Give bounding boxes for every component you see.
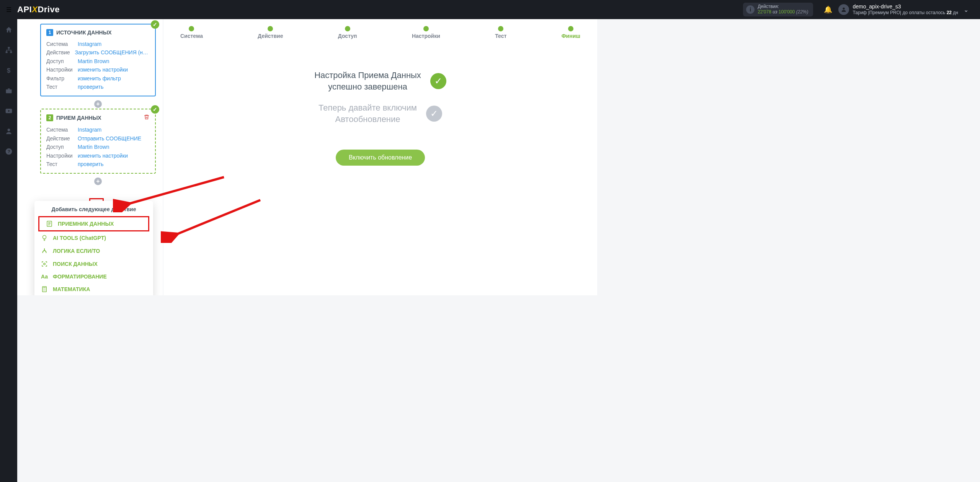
- branch-icon: [41, 248, 48, 254]
- svg-text:?: ?: [7, 149, 10, 154]
- source-action-link[interactable]: Загрузить СООБЩЕНИЯ (новые): [75, 48, 150, 57]
- scan-icon: [41, 261, 48, 267]
- status-pending: Теперь давайте включим Автообновление ✓: [318, 102, 442, 125]
- lightbulb-icon: [41, 234, 48, 241]
- step-access[interactable]: Доступ: [338, 26, 357, 39]
- popup-item-ai[interactable]: AI TOOLS (ChatGPT): [34, 231, 153, 244]
- logo[interactable]: APIXDrive: [17, 5, 60, 15]
- popup-item-format[interactable]: Aa ФОРМАТИРОВАНИЕ: [34, 270, 153, 283]
- svg-rect-3: [10, 51, 12, 53]
- youtube-icon[interactable]: [5, 107, 13, 117]
- sidebar: $ ?: [0, 19, 17, 295]
- add-action-popup: Добавить следующее действие ПРИЕМНИК ДАН…: [34, 201, 153, 295]
- step-settings[interactable]: Настройки: [412, 26, 440, 39]
- svg-point-7: [7, 129, 10, 131]
- step-number: 1: [46, 29, 53, 36]
- popup-title: Добавить следующее действие: [34, 206, 153, 212]
- popup-item-math[interactable]: МАТЕМАТИКА: [34, 283, 153, 295]
- dest-action-link[interactable]: Отправить СООБЩЕНИЕ: [78, 134, 141, 143]
- source-system-link[interactable]: Instagram: [78, 40, 101, 48]
- wizard-steps: Система Действие Доступ Настройки Тест Ф…: [163, 19, 597, 39]
- trash-icon[interactable]: [144, 114, 150, 122]
- source-test-link[interactable]: проверить: [78, 83, 104, 91]
- add-step-button-1[interactable]: +: [94, 100, 102, 108]
- source-card: ✓ 1 ИСТОЧНИК ДАННЫХ СистемаInstagram Дей…: [40, 24, 156, 96]
- home-icon[interactable]: [5, 26, 13, 36]
- enable-update-button[interactable]: Включить обновление: [336, 150, 425, 166]
- svg-rect-5: [6, 90, 11, 93]
- step-system[interactable]: Система: [180, 26, 203, 39]
- source-access-link[interactable]: Martin Brown: [78, 57, 109, 65]
- list-icon: [46, 220, 53, 227]
- popup-item-receiver[interactable]: ПРИЕМНИК ДАННЫХ: [38, 216, 149, 231]
- check-icon: ✓: [426, 106, 442, 122]
- svg-text:$: $: [7, 67, 11, 74]
- step-test[interactable]: Тест: [495, 26, 506, 39]
- help-icon[interactable]: ?: [5, 148, 13, 157]
- check-icon: ✓: [430, 73, 446, 89]
- popup-item-search[interactable]: ПОИСК ДАННЫХ: [34, 257, 153, 270]
- add-step-button-2[interactable]: +: [94, 177, 102, 185]
- svg-rect-1: [8, 47, 10, 49]
- popup-item-logic[interactable]: ЛОГИКА ЕСЛИ/ТО: [34, 244, 153, 257]
- right-panel: Система Действие Доступ Настройки Тест Ф…: [163, 19, 597, 295]
- svg-point-13: [43, 235, 46, 239]
- dest-settings-link[interactable]: изменить настройки: [78, 151, 128, 160]
- dest-access-link[interactable]: Martin Brown: [78, 143, 109, 151]
- check-icon: ✓: [151, 20, 159, 29]
- dest-title: ПРИЕМ ДАННЫХ: [56, 115, 101, 121]
- dollar-icon[interactable]: $: [5, 67, 13, 76]
- topbar: ☰ APIXDrive i Действия: 22'078 из 100'00…: [0, 0, 597, 19]
- destination-card: ✓ 2 ПРИЕМ ДАННЫХ СистемаInstagram Действ…: [40, 109, 156, 174]
- svg-rect-2: [5, 51, 7, 53]
- step-number: 2: [46, 114, 53, 121]
- briefcase-icon[interactable]: [5, 87, 13, 96]
- user-icon[interactable]: [5, 127, 13, 137]
- step-action[interactable]: Действие: [258, 26, 283, 39]
- source-filter-link[interactable]: изменить фильтр: [78, 74, 121, 83]
- font-icon: Aa: [41, 274, 48, 280]
- sitemap-icon[interactable]: [5, 46, 13, 56]
- status-complete: Настройка Приема Данных успешно завершен…: [314, 70, 446, 92]
- check-icon: ✓: [151, 105, 159, 114]
- calculator-icon: [41, 286, 48, 293]
- source-settings-link[interactable]: изменить настройки: [78, 65, 128, 74]
- source-title: ИСТОЧНИК ДАННЫХ: [56, 29, 112, 36]
- svg-point-14: [44, 263, 46, 265]
- dest-test-link[interactable]: проверить: [78, 160, 104, 168]
- hamburger-icon[interactable]: ☰: [6, 6, 11, 13]
- dest-system-link[interactable]: Instagram: [78, 125, 101, 134]
- step-finish[interactable]: Финиш: [562, 26, 580, 39]
